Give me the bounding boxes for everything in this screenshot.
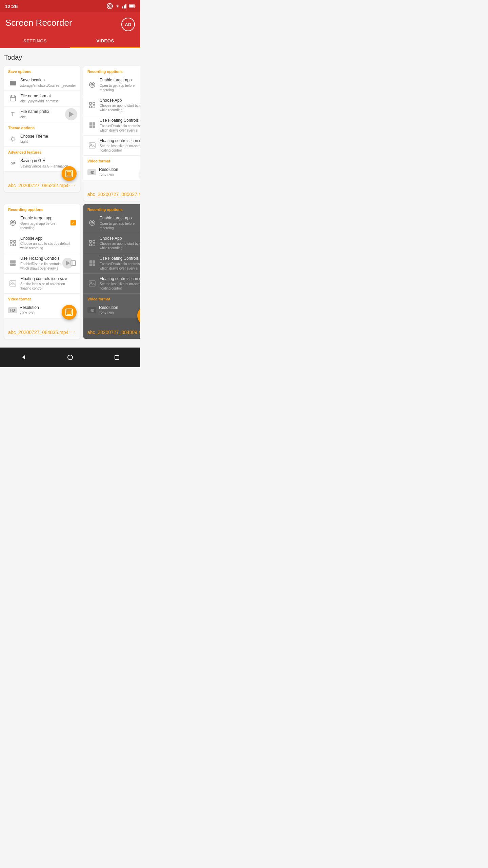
setting-save-location[interactable]: Save location /storage/emulated/0/screen… — [4, 75, 80, 91]
tab-videos[interactable]: VIDEOS — [70, 34, 140, 48]
svg-rect-31 — [93, 122, 95, 125]
svg-point-25 — [92, 84, 93, 85]
card-4: Recording opptions Enable target app Ope… — [83, 204, 140, 339]
card2-section-recording: Recording opptions — [83, 66, 140, 75]
card1-section-theme: Theme options — [4, 122, 80, 131]
setting-choose-app[interactable]: Choose App Choose an app to start by def… — [83, 95, 140, 116]
svg-marker-62 — [22, 355, 25, 360]
svg-rect-29 — [93, 106, 95, 108]
svg-line-19 — [11, 137, 11, 137]
card4-wrapper: Recording opptions Enable target app Ope… — [83, 204, 140, 339]
svg-rect-64 — [115, 355, 119, 359]
image-icon-3 — [8, 279, 18, 288]
cards-grid: Save options Save location /storage/emul… — [4, 66, 136, 339]
record-icon-3 — [65, 309, 73, 316]
setting-filename-format[interactable]: File name format abc_yyyyMMdd_hhmmss — [4, 91, 80, 107]
play-overlay-1 — [65, 108, 77, 120]
svg-rect-43 — [10, 260, 13, 263]
svg-rect-55 — [93, 244, 95, 246]
card3-filename-text: abc_20200727_084835.mp4 — [8, 329, 69, 335]
card3-record-fab[interactable] — [62, 305, 77, 320]
svg-rect-52 — [89, 240, 92, 242]
setting-enable-target-3[interactable]: Enable target app Open target app before… — [4, 213, 80, 233]
setting-choose-app-3[interactable]: Choose App Choose an app to start by def… — [4, 233, 80, 254]
app-title: Screen Recorder — [5, 18, 72, 34]
squares-icon — [87, 120, 97, 130]
svg-rect-58 — [89, 263, 92, 266]
setting-choose-theme[interactable]: Choose Theme Light — [4, 131, 80, 147]
setting-floating-icon-4[interactable]: Floating controls icon size Set the icon… — [83, 274, 140, 294]
card4-section-recording: Recording opptions — [83, 204, 140, 213]
target-icon — [87, 80, 97, 90]
home-button[interactable] — [65, 352, 75, 362]
card1-record-fab[interactable] — [62, 166, 77, 181]
svg-rect-5 — [125, 4, 126, 8]
svg-rect-41 — [10, 244, 12, 246]
svg-line-20 — [15, 140, 15, 141]
card3-filename: abc_20200727_084835.mp4 ··· — [4, 318, 80, 339]
svg-rect-54 — [89, 244, 92, 246]
ad-icon[interactable]: AD — [121, 18, 135, 31]
svg-rect-9 — [129, 5, 134, 7]
grid-icon-4 — [87, 238, 97, 248]
enable-target-checkbox-3[interactable]: ✓ — [70, 220, 76, 225]
svg-rect-32 — [89, 125, 92, 128]
setting-floating-icon-3[interactable]: Floating controls icon size Set the icon… — [4, 274, 80, 294]
svg-rect-28 — [89, 106, 92, 108]
card1-filename-text: abc_20200727_085232.mp4 — [8, 182, 69, 189]
setting-resolution-2[interactable]: HD Resolution 720x1280 — [83, 164, 140, 180]
grid-icon-3 — [8, 238, 18, 248]
svg-rect-44 — [13, 260, 16, 263]
status-icons — [107, 3, 136, 9]
card3-more-button[interactable]: ··· — [69, 328, 76, 335]
card2-section-video: Video format — [83, 156, 140, 164]
svg-rect-59 — [93, 263, 95, 266]
svg-rect-27 — [93, 102, 95, 104]
setting-floating-3[interactable]: Use Floating Controls Enable/Disable flo… — [4, 253, 80, 274]
card3-section-video: Video format — [4, 294, 80, 302]
svg-rect-42 — [14, 244, 16, 246]
svg-point-38 — [13, 222, 14, 223]
setting-enable-target-4[interactable]: Enable target app Open target app before… — [83, 213, 140, 233]
tab-settings[interactable]: SETTINGS — [0, 34, 70, 48]
setting-choose-app-4[interactable]: Choose App Choose an app to start by def… — [83, 233, 140, 254]
svg-point-63 — [68, 355, 73, 360]
image-icon — [87, 141, 97, 150]
svg-rect-33 — [93, 125, 95, 128]
svg-rect-30 — [89, 122, 92, 125]
wifi-icon — [115, 4, 121, 8]
grid-icon — [87, 100, 97, 110]
card2-filename: abc_20200727_085027.mp4 ··· — [83, 180, 140, 201]
svg-rect-34 — [89, 143, 95, 148]
svg-point-51 — [92, 222, 93, 223]
recent-button[interactable] — [112, 352, 122, 362]
card2-wrapper: Recording opptions Enable target app Ope… — [83, 66, 140, 201]
gif-icon: GIF — [8, 159, 18, 168]
card3-wrapper: Recording opptions Enable target app Ope… — [4, 204, 80, 339]
setting-floating-controls[interactable]: Use Floating Controls Enable/Disable flo… — [83, 115, 140, 136]
card1-more-button[interactable]: ··· — [69, 181, 76, 189]
back-button[interactable] — [18, 352, 28, 362]
svg-rect-56 — [89, 260, 92, 263]
status-bar: 12:26 — [0, 0, 140, 12]
section-title: Today — [4, 54, 136, 61]
setting-floating-4[interactable]: Use Floating Controls Enable/Disable flo… — [83, 253, 140, 274]
card4-filename: abc_20200727_084809.mp4 ··· — [83, 318, 140, 339]
setting-enable-target[interactable]: Enable target app Open target app before… — [83, 75, 140, 95]
card1-section-advanced: Advanced features — [4, 147, 80, 156]
svg-line-21 — [11, 140, 11, 141]
setting-filename-prefix[interactable]: T File name prefix abc — [4, 106, 80, 122]
svg-rect-53 — [93, 240, 95, 242]
hd-icon-4: HD — [87, 307, 96, 313]
card4-filename-text: abc_20200727_084809.mp4 — [87, 329, 140, 335]
svg-rect-57 — [93, 260, 95, 263]
card1-section-save: Save options — [4, 66, 80, 75]
status-time: 12:26 — [5, 3, 18, 9]
app-bar: Screen Recorder AD — [0, 12, 140, 34]
target-icon-4 — [87, 218, 97, 228]
hd-icon: HD — [87, 169, 96, 175]
svg-point-14 — [12, 138, 14, 140]
setting-floating-icon-size[interactable]: Floating controls icon size Set the icon… — [83, 136, 140, 156]
setting-resolution-4[interactable]: HD Resolution 720x1280 — [83, 302, 140, 318]
squares-icon-4 — [87, 258, 97, 268]
